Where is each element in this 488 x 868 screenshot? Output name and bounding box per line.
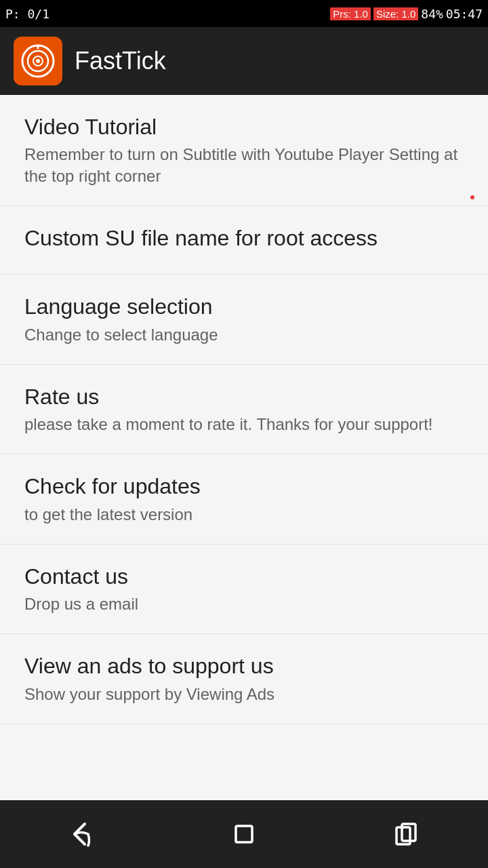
- menu-item-rate-subtitle: please take a moment to rate it. Thanks …: [24, 414, 464, 435]
- home-icon: [227, 817, 261, 851]
- menu-item-video-tutorial[interactable]: Video Tutorial Remember to turn on Subti…: [0, 95, 488, 206]
- home-button[interactable]: [217, 807, 271, 861]
- menu-item-rate-us[interactable]: Rate us please take a moment to rate it.…: [0, 365, 488, 455]
- menu-item-video-tutorial-subtitle: Remember to turn on Subtitle with Youtub…: [24, 144, 464, 186]
- menu-item-contact-us[interactable]: Contact us Drop us a email: [0, 545, 488, 635]
- time-indicator: 05:47: [446, 7, 483, 21]
- menu-item-updates-title: Check for updates: [24, 473, 464, 499]
- prs-indicator: Prs: 1.0: [330, 7, 371, 20]
- back-icon: [64, 817, 98, 851]
- app-title: FastTick: [75, 47, 166, 75]
- svg-rect-5: [236, 826, 252, 842]
- content-area: Video Tutorial Remember to turn on Subti…: [0, 95, 488, 800]
- recents-button[interactable]: [380, 807, 434, 861]
- app-logo: [14, 37, 62, 85]
- status-bar: P: 0/1 Prs: 1.0 Size: 1.0 84% 05:47: [0, 0, 488, 27]
- menu-item-contact-subtitle: Drop us a email: [24, 593, 464, 614]
- size-indicator: Size: 1.0: [373, 7, 418, 20]
- nav-bar: [0, 800, 488, 868]
- menu-item-contact-title: Contact us: [24, 564, 464, 589]
- menu-item-language-selection[interactable]: Language selection Change to select lang…: [0, 275, 488, 365]
- menu-item-language-subtitle: Change to select language: [24, 324, 464, 345]
- menu-item-video-tutorial-title: Video Tutorial: [24, 114, 464, 140]
- menu-item-language-title: Language selection: [24, 294, 464, 319]
- app-logo-icon: [20, 43, 56, 79]
- menu-item-custom-su[interactable]: Custom SU file name for root access: [0, 206, 488, 275]
- menu-item-check-updates[interactable]: Check for updates to get the latest vers…: [0, 454, 488, 545]
- status-indicators: Prs: 1.0 Size: 1.0 84% 05:47: [330, 7, 483, 21]
- battery-indicator: 84%: [421, 7, 443, 21]
- menu-list: Video Tutorial Remember to turn on Subti…: [0, 95, 488, 724]
- status-bar-left: P: 0/1: [5, 7, 49, 21]
- menu-item-rate-title: Rate us: [24, 384, 464, 410]
- app-bar: FastTick: [0, 27, 488, 95]
- menu-item-custom-su-title: Custom SU file name for root access: [24, 225, 464, 251]
- notification-dot: [470, 195, 474, 199]
- menu-item-ads-title: View an ads to support us: [24, 653, 464, 679]
- menu-item-ads-subtitle: Show your support by Viewing Ads: [24, 684, 464, 705]
- back-button[interactable]: [54, 807, 108, 861]
- menu-item-view-ads[interactable]: View an ads to support us Show your supp…: [0, 634, 488, 724]
- svg-point-3: [36, 59, 40, 63]
- recents-icon: [390, 817, 424, 851]
- menu-item-updates-subtitle: to get the latest version: [24, 504, 464, 525]
